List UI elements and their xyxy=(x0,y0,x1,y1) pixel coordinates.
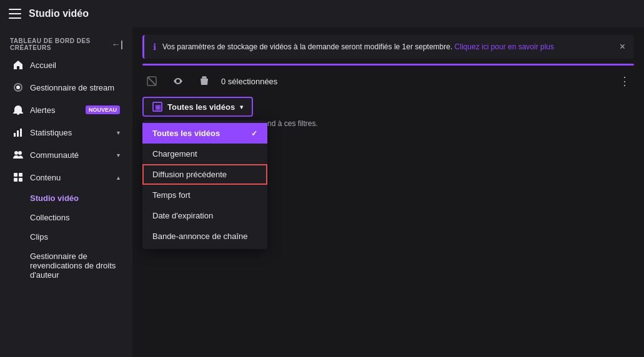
sidebar-item-label: Communauté xyxy=(30,150,111,160)
filter-dropdown-button[interactable]: ▣ Toutes les vidéos ▾ xyxy=(142,97,253,117)
sidebar: TABLEAU DE BORD DES CRÉATEURS ←| Accueil… xyxy=(0,27,132,357)
main-layout: TABLEAU DE BORD DES CRÉATEURS ←| Accueil… xyxy=(0,27,644,357)
app-title: Studio vidéo xyxy=(29,8,89,19)
filter-current-value: Toutes les vidéos xyxy=(167,102,235,112)
notification-link[interactable]: Cliquez ici pour en savoir plus xyxy=(455,42,554,51)
more-options-button[interactable]: ⋮ xyxy=(615,72,634,90)
sidebar-sub-item-label: Gestionnaire de revendications de droits… xyxy=(30,252,120,280)
svg-rect-8 xyxy=(14,178,17,182)
sidebar-sub-item-label: Studio vidéo xyxy=(30,193,79,203)
filter-icon: ▣ xyxy=(152,102,162,112)
sidebar-item-clips[interactable]: Clips xyxy=(2,228,130,246)
filter-option-temps-fort[interactable]: Temps fort xyxy=(142,185,267,205)
chevron-down-icon: ▾ xyxy=(117,152,120,159)
chevron-down-icon: ▾ xyxy=(117,129,120,136)
check-icon: ✓ xyxy=(251,129,257,138)
info-icon: ℹ xyxy=(153,42,156,52)
svg-line-10 xyxy=(148,77,156,85)
sidebar-item-label: Accueil xyxy=(30,61,120,70)
slash-icon-button[interactable] xyxy=(142,72,161,90)
sidebar-item-droits[interactable]: Gestionnaire de revendications de droits… xyxy=(2,247,130,284)
topbar: Studio vidéo xyxy=(0,0,644,27)
sidebar-item-label: Gestionnaire de stream xyxy=(30,83,120,92)
menu-icon[interactable] xyxy=(9,9,21,19)
sidebar-item-statistiques[interactable]: Statistiques ▾ xyxy=(2,122,130,143)
filter-option-label: Bande-annonce de chaîne xyxy=(152,232,248,241)
sidebar-item-label: Contenu xyxy=(30,173,111,182)
svg-rect-6 xyxy=(14,173,17,177)
selected-count: 0 sélectionnées xyxy=(221,77,608,86)
sidebar-item-label: Alertes xyxy=(30,105,79,115)
filter-option-label: Diffusion précédente xyxy=(152,170,227,179)
filter-option-expiration[interactable]: Date d'expiration xyxy=(142,205,267,226)
svg-rect-7 xyxy=(19,173,22,177)
content-icon xyxy=(12,172,24,183)
sidebar-item-contenu[interactable]: Contenu ▴ xyxy=(2,167,130,188)
filter-option-label: Toutes les vidéos xyxy=(152,129,220,138)
filter-option-bande-annonce[interactable]: Bande-annonce de chaîne xyxy=(142,226,267,247)
sidebar-item-collections[interactable]: Collections xyxy=(2,208,130,227)
svg-rect-3 xyxy=(20,129,22,137)
chevron-down-icon: ▾ xyxy=(240,104,243,110)
chevron-up-icon: ▴ xyxy=(117,174,120,181)
filter-option-chargement[interactable]: Chargement xyxy=(142,144,267,164)
visibility-icon-button[interactable] xyxy=(169,72,187,90)
home-icon xyxy=(12,59,24,71)
filter-area: ▣ Toutes les vidéos ▾ Aucune de vos vidé… xyxy=(132,97,644,135)
sidebar-item-label: Statistiques xyxy=(30,128,111,137)
sidebar-item-stream[interactable]: Gestionnaire de stream xyxy=(2,77,130,98)
stream-icon xyxy=(12,82,24,93)
filter-option-label: Date d'expiration xyxy=(152,211,213,220)
new-badge: NOUVEAU xyxy=(86,105,120,114)
sidebar-item-communaute[interactable]: Communauté ▾ xyxy=(2,144,130,165)
sidebar-item-accueil[interactable]: Accueil xyxy=(2,54,130,76)
content-area: ℹ Vos paramètres de stockage de vidéos à… xyxy=(132,27,644,357)
svg-rect-9 xyxy=(19,178,22,182)
stats-icon xyxy=(12,127,24,138)
svg-point-0 xyxy=(16,86,20,89)
notification-text: Vos paramètres de stockage de vidéos à l… xyxy=(162,41,613,52)
filter-option-label: Chargement xyxy=(152,149,197,159)
bell-icon xyxy=(12,104,24,115)
filter-option-label: Temps fort xyxy=(152,190,191,200)
svg-rect-2 xyxy=(17,130,19,137)
svg-point-5 xyxy=(18,151,22,155)
filter-dropdown-menu: Toutes les vidéos ✓ Chargement Diffusion… xyxy=(142,120,267,249)
filter-option-all[interactable]: Toutes les vidéos ✓ xyxy=(142,123,267,144)
sidebar-sub-item-label: Collections xyxy=(30,213,70,222)
filter-option-diffusion[interactable]: Diffusion précédente xyxy=(142,164,267,185)
sidebar-section-title: TABLEAU DE BORD DES CRÉATEURS ←| xyxy=(0,32,132,54)
sidebar-collapse-icon[interactable]: ←| xyxy=(112,39,122,49)
sidebar-item-studio-video[interactable]: Studio vidéo xyxy=(2,189,130,207)
toolbar: 0 sélectionnées ⋮ xyxy=(132,66,644,97)
svg-rect-1 xyxy=(14,133,16,137)
sidebar-item-alertes[interactable]: Alertes NOUVEAU xyxy=(2,99,130,120)
svg-point-4 xyxy=(14,151,18,155)
delete-icon-button[interactable] xyxy=(195,72,214,90)
notification-banner: ℹ Vos paramètres de stockage de vidéos à… xyxy=(142,35,634,59)
notification-close-button[interactable]: × xyxy=(620,41,625,52)
community-icon xyxy=(12,149,24,160)
sidebar-sub-item-label: Clips xyxy=(30,232,48,242)
